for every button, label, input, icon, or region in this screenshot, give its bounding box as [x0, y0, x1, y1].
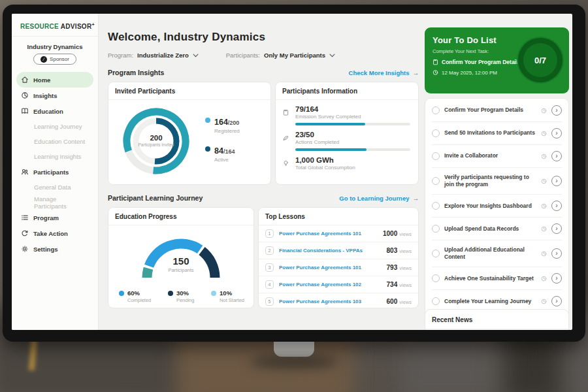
task-checkbox[interactable] — [432, 297, 440, 305]
sidebar-item-education-content[interactable]: Education Content — [16, 134, 93, 149]
lesson-link[interactable]: Power Purchase Agreements 101 — [279, 265, 382, 270]
task-label: Complete Your Learning Journey — [444, 298, 536, 305]
lesson-row: 1 Power Purchase Agreements 101 1000view… — [259, 225, 418, 242]
program-insights-header: Program Insights Check More Insights → — [108, 69, 419, 76]
sidebar-item-settings[interactable]: Settings — [16, 241, 93, 257]
chevron-right-icon: › — [555, 297, 557, 304]
check-more-insights-link[interactable]: Check More Insights → — [349, 69, 419, 76]
main-content: Welcome, Industry Dynamics Program: Indu… — [108, 14, 419, 330]
task-label: Upload Additional Educational Content — [444, 246, 536, 261]
clipboard-icon — [433, 59, 438, 65]
task-checkbox[interactable] — [432, 177, 440, 185]
task-row[interactable]: Upload Additional Educational Content › — [432, 240, 562, 267]
lesson-link[interactable]: Power Purchase Agreements 102 — [279, 282, 382, 287]
sidebar-item-learning-journey[interactable]: Learning Journey — [16, 119, 93, 134]
insights-icon — [21, 91, 29, 99]
task-checkbox[interactable] — [432, 250, 440, 257]
task-open-button[interactable]: › — [551, 296, 562, 306]
views-suffix: views — [399, 231, 412, 237]
sidebar-item-general-data[interactable]: General Data — [16, 180, 93, 195]
legend-item-not-started: 10% Not Started — [211, 289, 244, 303]
lesson-views: 600views — [387, 298, 412, 305]
sidebar-menu: Home Insights Education Learning Journey — [12, 71, 98, 258]
go-to-learning-journey-link[interactable]: Go to Learning Journey → — [339, 195, 419, 202]
task-row[interactable]: Explore Your Insights Dashboard › — [432, 195, 562, 218]
task-row[interactable]: Confirm Your Program Details › — [432, 99, 562, 122]
task-clock-icon — [541, 299, 547, 304]
task-open-button[interactable]: › — [551, 128, 562, 139]
sidebar-item-label: Learning Journey — [34, 123, 82, 130]
registered-denominator: /200 — [228, 120, 240, 126]
monitor-stand-shadow — [250, 357, 338, 367]
monitor-bezel: RESOURCE ADVISOR+ Industry Dynamics ∕ Sp… — [3, 5, 585, 342]
task-open-button[interactable]: › — [551, 176, 562, 186]
not-started-label: Not Started — [220, 297, 244, 303]
donut-center-label: Participants Invited — [137, 142, 176, 148]
pending-segment — [202, 251, 215, 278]
sidebar-item-program[interactable]: Program — [16, 210, 93, 225]
sidebar-item-insights[interactable]: Insights — [16, 88, 93, 103]
recent-news-title: Recent News — [425, 310, 568, 329]
chevron-right-icon: › — [555, 274, 557, 282]
pending-pct: 30% — [176, 289, 195, 297]
sidebar-item-label: Manage Participants — [34, 195, 89, 210]
task-open-button[interactable]: › — [551, 151, 562, 161]
task-label: Verify participants requesting to join t… — [444, 174, 536, 188]
task-checkbox[interactable] — [432, 106, 440, 114]
sidebar-item-participants[interactable]: Participants — [16, 164, 93, 180]
chevron-down-icon — [329, 54, 335, 57]
task-row[interactable]: Verify participants requesting to join t… — [432, 168, 562, 195]
gauge-legend: 60% Completed 30% Pending — [108, 284, 253, 303]
chevron-down-icon — [193, 54, 199, 57]
link-label: Go to Learning Journey — [339, 195, 409, 202]
sidebar-item-home[interactable]: Home — [16, 72, 93, 88]
not-started-segment — [147, 269, 148, 278]
consumption-label: Total Global Consumption — [295, 165, 410, 171]
chevron-right-icon: › — [555, 177, 557, 184]
survey-icon — [282, 107, 290, 125]
info-row-actions: 23/50 Actions Completed — [276, 125, 418, 151]
task-open-button[interactable]: › — [551, 223, 562, 234]
participants-filter-label: Participants: — [226, 52, 260, 59]
sidebar-item-label: Insights — [33, 92, 57, 99]
task-row[interactable]: Upload Spend Data Records › — [432, 218, 562, 240]
task-checkbox[interactable] — [432, 129, 440, 137]
task-open-button[interactable]: › — [551, 248, 562, 259]
participants-filter[interactable]: Participants: Only My Participants — [226, 52, 335, 59]
info-row-survey: 79/164 Emission Survey Completed — [276, 100, 418, 125]
lesson-link[interactable]: Power Purchase Agreements 103 — [279, 299, 382, 304]
link-label: Check More Insights — [349, 69, 410, 76]
sidebar-item-learning-insights[interactable]: Learning Insights — [16, 149, 93, 164]
recent-news-card: Recent News — [425, 309, 569, 330]
pending-label: Pending — [176, 297, 195, 303]
sidebar-item-manage-participants[interactable]: Manage Participants — [16, 195, 93, 210]
legend-item-pending: 30% Pending — [168, 289, 195, 303]
completed-pct: 60% — [127, 289, 151, 297]
info-row-consumption: 1,000 GWh Total Global Consumption — [276, 151, 418, 171]
task-open-button[interactable]: › — [551, 201, 562, 211]
program-filter-label: Program: — [108, 52, 133, 59]
completed-label: Completed — [127, 297, 151, 303]
lesson-link[interactable]: Financial Considerations - VPPAs — [279, 248, 382, 253]
sidebar-item-education[interactable]: Education — [16, 103, 93, 119]
task-checkbox[interactable] — [432, 202, 440, 210]
gauge-center: 150 Participants — [168, 255, 193, 273]
dashboard-screen: RESOURCE ADVISOR+ Industry Dynamics ∕ Sp… — [12, 14, 572, 330]
task-row[interactable]: Achieve One Sustainability Target › — [432, 267, 562, 290]
task-checkbox[interactable] — [432, 274, 440, 282]
lesson-link[interactable]: Power Purchase Agreements 101 — [279, 231, 378, 237]
task-row[interactable]: Invite a Collaborator › — [432, 145, 562, 168]
sidebar-item-take-action[interactable]: Take Action — [16, 225, 93, 241]
task-checkbox[interactable] — [432, 152, 440, 160]
task-row[interactable]: Send 50 Invitations to Participants › — [432, 122, 562, 145]
task-open-button[interactable]: › — [551, 273, 562, 284]
survey-progress-fill — [295, 123, 365, 125]
sidebar-item-label: Home — [33, 76, 50, 84]
lesson-views: 803views — [387, 247, 412, 254]
task-open-button[interactable]: › — [551, 105, 562, 116]
active-dot — [205, 146, 210, 152]
insights-cards-row: Invited Participants 200 — [108, 82, 419, 185]
program-filter[interactable]: Program: Industrialize Zero — [108, 52, 199, 59]
task-checkbox[interactable] — [432, 225, 440, 233]
sidebar-item-label: Education — [33, 108, 63, 115]
